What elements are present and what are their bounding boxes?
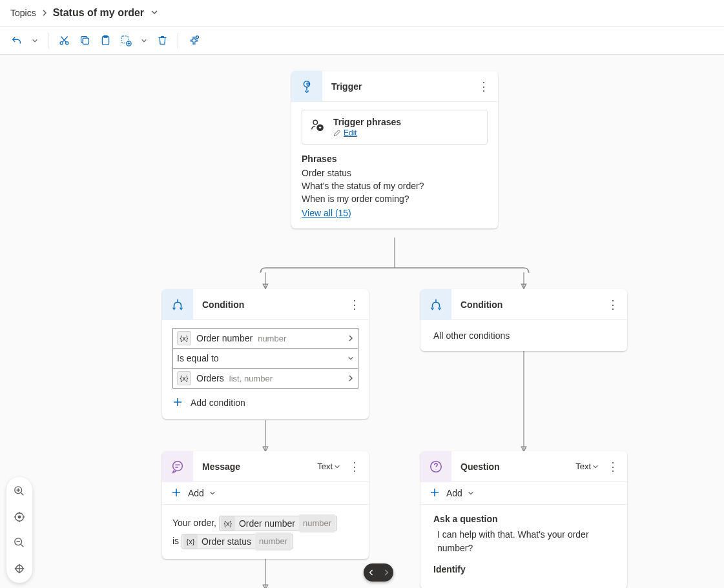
recenter-button[interactable]: [10, 508, 28, 526]
trigger-icon: [291, 71, 322, 102]
add-variation-button[interactable]: Add: [162, 482, 369, 505]
other-conditions-label: All other conditions: [420, 320, 627, 351]
variation-nav-pill[interactable]: [364, 563, 393, 582]
question-node[interactable]: Question Text ⋮ Add Ask a question I can…: [420, 451, 627, 588]
chevron-down-icon[interactable]: [150, 8, 158, 18]
operator-label: Is equal to: [177, 353, 219, 363]
breadcrumb-current[interactable]: Status of my order: [53, 7, 144, 19]
variable-icon: {x}: [177, 331, 191, 345]
phrase-item: What's the status of my order?: [302, 179, 488, 192]
add-node-button[interactable]: [117, 32, 135, 50]
node-header: Condition ⋮: [420, 289, 627, 320]
node-title: Question: [460, 461, 575, 472]
variable-chip[interactable]: {x} Order status number: [181, 534, 293, 549]
svg-point-1: [65, 42, 68, 45]
condition-node[interactable]: Condition ⋮ All other conditions: [420, 289, 627, 351]
canvas[interactable]: Trigger ⋮ Trigger phrases Edit Phrases O…: [0, 55, 724, 588]
breadcrumb-root[interactable]: Topics: [10, 8, 36, 18]
add-node-dropdown[interactable]: [138, 32, 150, 50]
chevron-down-icon: [468, 490, 474, 496]
node-title: Trigger: [331, 81, 477, 92]
zoom-in-button[interactable]: [10, 482, 28, 500]
zoom-palette: [6, 477, 32, 583]
phrase-item: Order status: [302, 167, 488, 179]
zoom-out-button[interactable]: [10, 534, 28, 552]
edit-link[interactable]: Edit: [333, 128, 479, 137]
add-condition-label: Add condition: [191, 398, 245, 408]
node-title: Condition: [202, 299, 348, 310]
identify-label: Identify: [433, 564, 614, 574]
node-title: Condition: [460, 299, 606, 310]
separator: [48, 33, 48, 48]
question-type-dropdown[interactable]: Text: [575, 461, 599, 471]
variable-icon: {x}: [183, 534, 198, 549]
chevron-right-icon: [41, 8, 48, 18]
chevron-right-icon: [347, 373, 354, 383]
variable-name: Orders: [196, 373, 224, 383]
undo-history-dropdown[interactable]: [28, 32, 41, 50]
message-node[interactable]: Message Text ⋮ Add Your order, {x} Order…: [162, 451, 369, 559]
condition-node[interactable]: Condition ⋮ {x} Order number number Is e…: [162, 289, 369, 419]
next-variation-button[interactable]: [384, 568, 389, 578]
message-icon: [162, 451, 193, 482]
paste-button[interactable]: [96, 32, 114, 50]
node-header: Question Text ⋮: [420, 451, 627, 482]
more-icon[interactable]: ⋮: [606, 299, 619, 310]
add-label: Add: [188, 488, 204, 498]
node-title: Message: [202, 461, 317, 472]
copy-button[interactable]: [76, 32, 94, 50]
chevron-right-icon: [347, 333, 354, 343]
toolbar: [0, 26, 724, 55]
condition-icon: [420, 289, 451, 320]
breadcrumb: Topics Status of my order: [0, 0, 724, 26]
separator: [178, 33, 178, 48]
node-header: Trigger ⋮: [291, 71, 498, 102]
message-type-dropdown[interactable]: Text: [317, 461, 340, 471]
question-icon: [420, 451, 451, 482]
variable-name: Order number: [196, 333, 253, 343]
person-chat-icon: [310, 118, 326, 134]
message-text[interactable]: Your order, {x} Order number number is {…: [162, 505, 369, 559]
condition-icon: [162, 289, 193, 320]
trigger-phrases-title: Trigger phrases: [333, 117, 479, 127]
cut-button[interactable]: [55, 32, 73, 50]
plus-icon: [429, 487, 441, 499]
svg-rect-2: [83, 38, 88, 44]
variable-selector[interactable]: {x} Orders list, number: [172, 368, 358, 389]
trigger-phrases-box[interactable]: Trigger phrases Edit: [302, 110, 488, 145]
phrase-item: When is my order coming?: [302, 192, 488, 205]
view-all-link[interactable]: View all (15): [302, 208, 351, 218]
variable-chip[interactable]: {x} Order number number: [219, 516, 337, 531]
variables-button[interactable]: [185, 32, 203, 50]
svg-point-0: [60, 42, 63, 45]
variable-type: list, number: [229, 374, 273, 383]
phrases-label: Phrases: [302, 154, 488, 164]
svg-point-15: [313, 120, 317, 124]
delete-button[interactable]: [153, 32, 171, 50]
plus-icon: [171, 487, 183, 499]
variable-selector[interactable]: {x} Order number number: [172, 328, 358, 349]
svg-point-21: [18, 516, 21, 518]
fit-button[interactable]: [10, 560, 28, 578]
plus-icon: [172, 397, 184, 409]
more-icon[interactable]: ⋮: [348, 299, 361, 310]
variable-icon: {x}: [221, 516, 235, 531]
question-text[interactable]: I can help with that. What's your order …: [437, 528, 614, 555]
undo-button[interactable]: [8, 32, 26, 50]
more-icon[interactable]: ⋮: [606, 461, 619, 472]
operator-selector[interactable]: Is equal to: [172, 348, 358, 369]
add-condition-button[interactable]: Add condition: [172, 397, 358, 409]
chevron-down-icon: [209, 490, 216, 496]
add-label: Add: [446, 488, 462, 498]
variable-icon: {x}: [177, 371, 191, 385]
ask-question-label: Ask a question: [433, 514, 614, 524]
more-icon[interactable]: ⋮: [348, 461, 361, 472]
more-icon[interactable]: ⋮: [477, 81, 490, 92]
trigger-node[interactable]: Trigger ⋮ Trigger phrases Edit Phrases O…: [291, 71, 498, 228]
prev-variation-button[interactable]: [369, 568, 374, 578]
variable-type: number: [258, 334, 286, 343]
node-header: Condition ⋮: [162, 289, 369, 320]
add-variation-button[interactable]: Add: [420, 482, 627, 505]
node-header: Message Text ⋮: [162, 451, 369, 482]
svg-point-17: [173, 461, 183, 471]
